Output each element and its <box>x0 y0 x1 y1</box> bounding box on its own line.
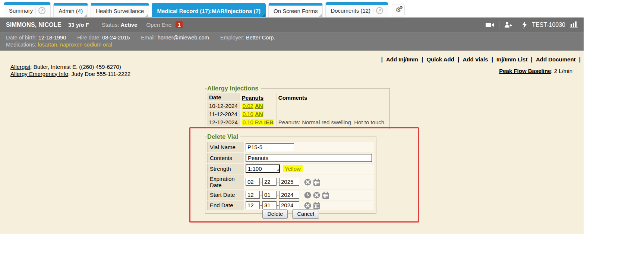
open-enc-count-badge[interactable]: 1 <box>176 21 183 28</box>
patient-info-bar: Date of birth: 12-18-1990 Hire date: 08-… <box>0 32 584 51</box>
calendar-icon[interactable] <box>313 179 321 186</box>
info-line-2: Medications: losartannaproxen sodium ora… <box>6 41 578 48</box>
clear-date-icon[interactable] <box>304 202 311 209</box>
expiration-day-input[interactable] <box>262 178 277 186</box>
status-label: Status: <box>102 22 119 28</box>
strength-input[interactable] <box>246 164 280 173</box>
patient-name: SIMMONS, NICOLE <box>6 22 61 28</box>
quick-add-link[interactable]: Quick Add <box>426 56 454 63</box>
allergist-link[interactable]: Allergist <box>10 64 30 70</box>
dose-link[interactable]: 0.10 <box>243 111 253 117</box>
calendar-icon[interactable] <box>322 192 329 199</box>
main-content: Allergist: Butler, Internist E. ((260) 4… <box>0 51 584 234</box>
start-date-row: Start Date <box>208 190 374 200</box>
hire-date-value: 08-24-2015 <box>102 35 130 41</box>
add-person-icon[interactable] <box>504 22 512 28</box>
add-vials-link[interactable]: Add Vials <box>463 56 488 63</box>
end-date-label: End Date <box>208 200 244 211</box>
medication-link[interactable]: losartan <box>38 42 57 48</box>
peanuts-column-link[interactable]: Peanuts <box>242 95 263 101</box>
dose-highlight: 0.10RAIEB <box>242 119 274 125</box>
tab-on-screen-forms[interactable]: On Screen Forms <box>268 3 323 17</box>
contents-cell <box>244 153 374 163</box>
clear-date-icon[interactable] <box>304 179 311 186</box>
allergy-emergency-link[interactable]: Allergy Emergency Info <box>10 71 68 77</box>
tab-documents-label: Documents (12) <box>331 7 370 14</box>
start-year-input[interactable] <box>279 191 299 199</box>
clear-date-icon[interactable] <box>313 192 320 199</box>
settings-button[interactable]: ⚙ ⚙ <box>392 4 405 16</box>
allergy-emergency-line: Allergy Emergency Info: Judy Doe 555-111… <box>10 70 130 77</box>
patient-status: Status: Active <box>102 22 138 28</box>
tab-medical-record[interactable]: Medical Record (17):MAR/Injections (7) <box>152 3 266 17</box>
start-month-input[interactable] <box>246 191 260 199</box>
calendar-icon[interactable] <box>313 202 321 209</box>
vial-name-row: Vial Name <box>208 142 374 153</box>
resize-grip-icon[interactable] <box>277 168 279 171</box>
tab-admin[interactable]: Admin (4) <box>53 3 88 17</box>
date-separator <box>260 192 262 198</box>
table-row: 11-12-2024 0.10AN <box>207 110 388 118</box>
start-date-label: Start Date <box>208 190 244 200</box>
date-separator <box>260 202 262 208</box>
add-inj-imm-link[interactable]: Add Inj/Imm <box>386 56 418 63</box>
dose-link[interactable]: 0.10 <box>243 119 253 125</box>
inj-imm-list-link[interactable]: Inj/Imm List <box>496 56 527 63</box>
table-row: 12-12-2024 0.10RAIEB Peanuts: Normal red… <box>207 118 388 126</box>
pipe-separator <box>422 56 423 63</box>
code-link[interactable]: AN <box>255 103 263 109</box>
tab-dropdown-corner-icon <box>84 14 87 17</box>
end-month-input[interactable] <box>246 201 260 209</box>
tab-dropdown-corner-icon <box>145 14 148 17</box>
contents-input[interactable] <box>246 154 372 162</box>
allergist-line: Allergist: Butler, Internist E. ((260) 4… <box>10 63 130 70</box>
popout-icon[interactable] <box>376 7 383 14</box>
vial-name-label: Vial Name <box>208 142 244 153</box>
expiration-month-input[interactable] <box>246 178 260 186</box>
peak-flow-link[interactable]: Peak Flow Baseline <box>499 68 551 74</box>
end-year-input[interactable] <box>279 201 299 209</box>
medication-link[interactable]: naproxen sodium oral <box>57 42 112 48</box>
allergy-injections-title: Allergy Injections <box>207 85 261 92</box>
injection-comment: Peanuts: Normal red swelling. Hot to tou… <box>276 118 388 126</box>
end-date-row: End Date <box>208 200 374 211</box>
cancel-button[interactable]: Cancel <box>292 209 319 219</box>
code-link[interactable]: IEB <box>264 119 274 125</box>
video-camera-icon[interactable] <box>486 22 494 28</box>
flowsheet-chart-icon[interactable] <box>570 21 578 28</box>
injection-comment <box>276 110 388 118</box>
tab-health-surveillance[interactable]: Health Surveillance <box>91 3 149 17</box>
email-label: Email: <box>141 35 156 41</box>
clock-icon[interactable] <box>304 192 311 199</box>
dose-link[interactable]: 0.02 <box>243 103 253 109</box>
employer-value: Better Corp. <box>246 35 275 41</box>
contents-row: Contents <box>208 153 374 163</box>
start-day-input[interactable] <box>262 191 277 199</box>
tab-health-surveillance-label: Health Surveillance <box>96 8 144 14</box>
date-separator <box>277 202 279 208</box>
code-link[interactable]: AN <box>255 111 263 117</box>
expiration-year-input[interactable] <box>279 178 299 186</box>
employer-pair: Employer: Better Corp. <box>220 35 275 41</box>
end-day-input[interactable] <box>262 201 277 209</box>
popout-icon[interactable] <box>38 7 45 14</box>
delete-button[interactable]: Delete <box>262 209 288 219</box>
open-encounters: Open Enc: 1 <box>146 21 183 28</box>
injection-dose-cell: 0.02AN <box>240 102 276 110</box>
pipe-separator <box>381 56 383 63</box>
col-header-date: Date <box>207 93 240 102</box>
lightning-bolt-icon[interactable] <box>522 21 527 29</box>
tab-documents[interactable]: Documents (12) <box>325 2 388 17</box>
allergy-emergency-value: : Judy Doe 555-111-2222 <box>68 71 130 77</box>
app-window: Summary Admin (4) Health Surveillance Me… <box>0 0 584 234</box>
reaction-code: RA <box>255 119 263 125</box>
open-enc-label: Open Enc: <box>146 22 173 28</box>
vial-name-input[interactable] <box>246 143 294 151</box>
expiration-date-row: Expiration Date <box>208 174 374 190</box>
tab-summary[interactable]: Summary <box>4 2 51 17</box>
patient-header-bar: SIMMONS, NICOLE 33 y/o F Status: Active … <box>0 17 584 32</box>
injection-dose-cell: 0.10RAIEB <box>240 118 276 126</box>
peak-flow-value: : 2 L/min <box>551 68 572 74</box>
start-date-icons <box>304 192 329 199</box>
add-document-link[interactable]: Add Document <box>536 56 576 63</box>
